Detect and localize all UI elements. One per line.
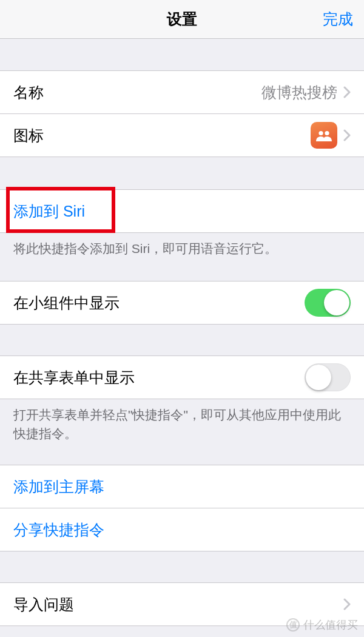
watermark-text: 什么值得买 <box>303 618 358 632</box>
siri-footer: 将此快捷指令添加到 Siri，即可用语音运行它。 <box>0 232 364 272</box>
name-row[interactable]: 名称 微博热搜榜 <box>0 70 364 114</box>
toggle-knob <box>306 365 331 390</box>
icon-row[interactable]: 图标 <box>0 113 364 157</box>
add-to-home-label: 添加到主屏幕 <box>13 477 104 497</box>
chevron-right-icon <box>343 598 351 610</box>
watermark-icon: 值 <box>286 618 300 632</box>
done-button[interactable]: 完成 <box>323 9 353 29</box>
name-value-text: 微博热搜榜 <box>261 83 337 103</box>
show-in-share-sheet-row[interactable]: 在共享表单中显示 <box>0 356 364 399</box>
import-questions-label: 导入问题 <box>13 595 74 615</box>
share-sheet-label: 在共享表单中显示 <box>13 368 135 388</box>
add-to-home-row[interactable]: 添加到主屏幕 <box>0 465 364 508</box>
share-shortcut-row[interactable]: 分享快捷指令 <box>0 508 364 551</box>
icon-label: 图标 <box>13 126 44 146</box>
people-icon <box>311 122 337 149</box>
chevron-right-icon <box>343 86 351 98</box>
spacer <box>0 272 364 281</box>
svg-point-1 <box>325 131 329 135</box>
name-label: 名称 <box>13 83 44 103</box>
spacer <box>0 457 364 465</box>
share-sheet-footer: 打开共享表单并轻点"快捷指令"，即可从其他应用中使用此快捷指令。 <box>0 399 364 457</box>
chevron-right-icon <box>343 129 351 141</box>
spacer <box>0 39 364 70</box>
spacer <box>0 324 364 356</box>
share-sheet-toggle[interactable] <box>305 363 351 391</box>
watermark: 值 什么值得买 <box>286 618 358 632</box>
add-to-siri-row[interactable]: 添加到 Siri <box>0 189 364 233</box>
widget-toggle[interactable] <box>305 289 351 317</box>
spacer <box>0 157 364 189</box>
widget-label: 在小组件中显示 <box>13 293 120 313</box>
spacer <box>0 551 364 582</box>
icon-value <box>311 122 351 149</box>
add-to-siri-label: 添加到 Siri <box>13 201 85 221</box>
page-title: 设置 <box>167 9 197 29</box>
header: 设置 完成 <box>0 0 364 39</box>
toggle-knob <box>324 290 349 315</box>
show-in-widget-row[interactable]: 在小组件中显示 <box>0 281 364 325</box>
name-value: 微博热搜榜 <box>261 83 351 103</box>
svg-point-0 <box>318 131 323 135</box>
share-shortcut-label: 分享快捷指令 <box>13 520 104 540</box>
